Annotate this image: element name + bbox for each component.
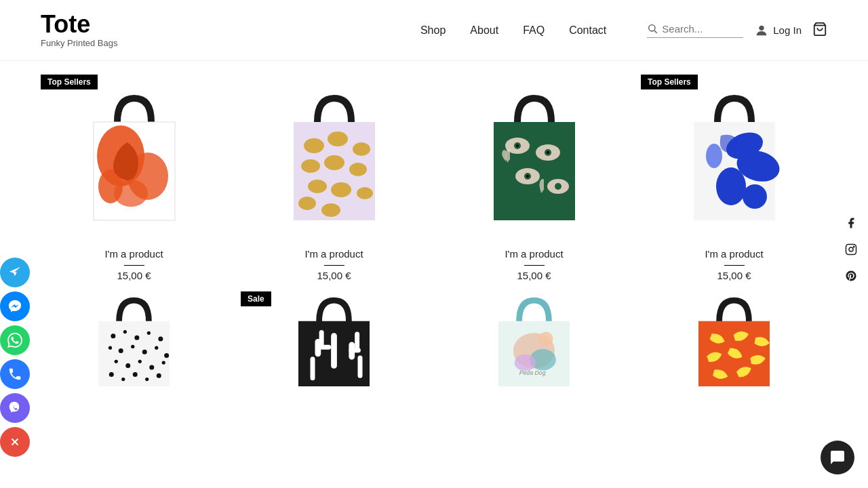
svg-point-58 <box>133 372 138 377</box>
product-image-4: Top Sellers <box>641 75 827 237</box>
svg-point-41 <box>123 330 127 333</box>
nav-shop[interactable]: Shop <box>420 24 446 37</box>
svg-point-38 <box>706 144 722 168</box>
product-name-1: I'm a product <box>104 248 163 260</box>
tote-image-5 <box>41 291 227 386</box>
pinterest-link[interactable] <box>845 270 857 285</box>
product-card-3[interactable]: I'm a product 15,00 € <box>441 75 627 281</box>
product-divider-4 <box>724 265 745 266</box>
svg-point-52 <box>125 363 130 368</box>
social-close-button[interactable] <box>0 427 30 457</box>
product-card-8[interactable] <box>641 291 827 386</box>
product-card-4[interactable]: Top Sellers I'm a product 15,00 € <box>641 75 827 281</box>
product-card-2[interactable]: I'm a product 15,00 € <box>241 75 427 281</box>
tote-image-4 <box>680 88 789 224</box>
svg-point-60 <box>157 373 161 378</box>
product-price-1: 15,00 € <box>117 270 151 281</box>
phone-icon <box>7 367 22 382</box>
svg-text:Peda Dog: Peda Dog <box>519 369 546 376</box>
main-content: Top Sellers I'm a product 15,00 € <box>0 61 868 400</box>
chat-icon <box>829 449 846 466</box>
svg-point-55 <box>162 361 165 364</box>
product-card-5[interactable] <box>41 291 227 386</box>
svg-rect-68 <box>319 330 324 348</box>
svg-rect-67 <box>355 332 359 353</box>
right-social <box>845 217 857 285</box>
logo-area[interactable]: Tote Funky Printed Bags <box>41 12 117 48</box>
social-viber-button[interactable] <box>0 393 30 423</box>
social-phone-button[interactable] <box>0 359 30 389</box>
svg-rect-69 <box>311 357 315 380</box>
svg-point-17 <box>331 182 351 197</box>
svg-point-49 <box>155 346 158 350</box>
svg-point-36 <box>716 167 746 205</box>
nav-contact[interactable]: Contact <box>569 24 606 37</box>
chat-button[interactable] <box>821 441 854 474</box>
search-input[interactable] <box>662 23 743 35</box>
products-grid-row2: Sale <box>41 291 827 386</box>
svg-line-1 <box>654 30 657 33</box>
svg-point-43 <box>147 331 151 335</box>
nav-about[interactable]: About <box>470 24 498 37</box>
svg-point-16 <box>308 180 327 193</box>
social-sidebar <box>0 258 30 457</box>
svg-point-45 <box>108 346 112 350</box>
login-text: Log In <box>773 24 802 36</box>
social-whatsapp-button[interactable] <box>0 325 30 355</box>
svg-point-44 <box>158 337 163 342</box>
product-image-8 <box>641 291 827 386</box>
svg-point-56 <box>109 372 114 377</box>
product-name-3: I'm a product <box>505 248 563 260</box>
header: Tote Funky Printed Bags Shop About FAQ C… <box>0 0 868 61</box>
product-image-7: Peda Dog <box>441 291 627 386</box>
svg-point-12 <box>353 142 370 156</box>
svg-point-82 <box>853 246 854 247</box>
login-area[interactable]: Log In <box>754 23 802 38</box>
svg-point-19 <box>298 197 316 210</box>
product-image-2 <box>241 75 427 237</box>
svg-point-32 <box>555 183 561 190</box>
product-card-7[interactable]: Peda Dog <box>441 291 627 386</box>
svg-point-10 <box>304 138 324 153</box>
product-name-2: I'm a product <box>304 248 363 260</box>
product-image-1: Top Sellers <box>41 75 227 237</box>
svg-rect-70 <box>358 356 363 378</box>
header-right: Log In <box>647 22 827 39</box>
svg-point-57 <box>121 378 125 381</box>
facebook-icon <box>845 217 857 229</box>
product-image-5 <box>41 291 227 386</box>
instagram-icon <box>845 243 857 256</box>
cart-icon <box>812 22 827 37</box>
svg-rect-66 <box>349 342 355 359</box>
facebook-link[interactable] <box>845 217 857 232</box>
svg-point-15 <box>349 163 367 176</box>
social-telegram-button[interactable] <box>0 258 30 287</box>
svg-point-46 <box>119 348 123 353</box>
svg-point-51 <box>115 360 118 363</box>
site-title: Tote <box>41 12 117 37</box>
instagram-link[interactable] <box>845 243 857 259</box>
pinterest-icon <box>845 270 857 282</box>
svg-point-20 <box>321 203 340 217</box>
search-container[interactable] <box>647 23 743 38</box>
product-card-1[interactable]: Top Sellers I'm a product 15,00 € <box>41 75 227 281</box>
product-divider-3 <box>524 265 545 266</box>
svg-point-40 <box>111 333 115 338</box>
tote-image-3 <box>480 88 589 224</box>
cart-button[interactable] <box>812 22 827 39</box>
product-card-6[interactable]: Sale <box>241 291 427 386</box>
close-icon <box>9 436 21 448</box>
svg-point-13 <box>301 159 320 173</box>
whatsapp-icon <box>7 333 22 348</box>
svg-rect-62 <box>331 333 337 369</box>
user-icon <box>754 23 769 38</box>
badge-top-sellers-1: Top Sellers <box>41 75 98 89</box>
svg-point-24 <box>516 144 519 147</box>
svg-point-54 <box>149 365 154 370</box>
messenger-icon <box>7 299 22 314</box>
viber-icon <box>7 401 22 415</box>
nav-faq[interactable]: FAQ <box>523 24 545 37</box>
svg-point-18 <box>357 187 373 199</box>
svg-point-48 <box>142 350 147 354</box>
social-messenger-button[interactable] <box>0 291 30 321</box>
